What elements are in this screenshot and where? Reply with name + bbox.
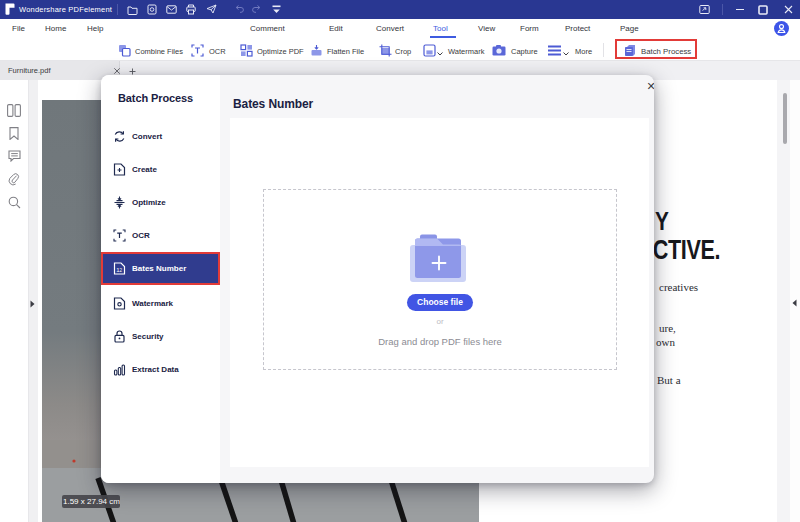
svg-text:12: 12 <box>116 267 122 273</box>
